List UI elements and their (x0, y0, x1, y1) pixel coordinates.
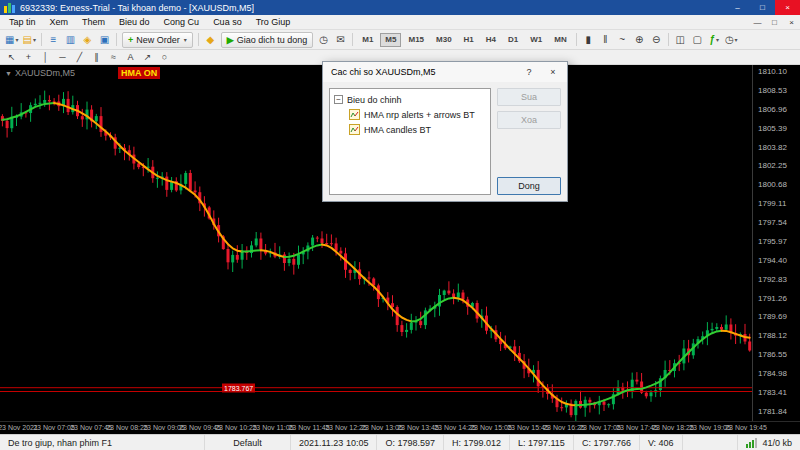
time-tick-label: 23 Nov 10:25 (215, 424, 257, 431)
tree-collapse-icon[interactable]: − (334, 95, 343, 104)
dialog-title: Cac chi so XAUUSDm,M5 (331, 67, 517, 77)
menu-cong-cu[interactable]: Cong Cu (157, 15, 207, 29)
close-button[interactable]: × (775, 0, 800, 15)
delete-indicator-button[interactable]: Xoa (497, 111, 561, 129)
mailbox-button[interactable]: ✉ (332, 32, 349, 48)
vertical-line-tool[interactable]: │ (37, 51, 54, 64)
minimize-button[interactable]: – (725, 0, 750, 15)
new-order-button[interactable]: + New Order ▾ (122, 32, 193, 48)
time-axis[interactable]: 23 Nov 202123 Nov 07:0523 Nov 07:4523 No… (0, 421, 800, 434)
cursor-tool[interactable]: ↖ (3, 51, 20, 64)
hma-status-badge: HMA ON (118, 67, 160, 79)
price-tick-label: 1799.11 (758, 199, 786, 208)
text-tool[interactable]: A (122, 51, 139, 64)
new-order-label: New Order (136, 35, 180, 45)
tile-windows-button[interactable]: ◫ (672, 32, 689, 48)
price-tick-label: 1808.53 (758, 86, 787, 95)
cascade-windows-icon: ▢ (693, 34, 702, 45)
time-tick-label: 23 Nov 2021 (0, 424, 38, 431)
metaeditor-button[interactable]: ◆ (202, 32, 219, 48)
alerts-button[interactable]: ◷ (315, 32, 332, 48)
trendline-tool[interactable]: ╱ (71, 51, 88, 64)
status-close: C: 1797.766 (574, 435, 640, 450)
connection-bars-icon (746, 438, 757, 448)
chart-restore-icon[interactable]: □ (766, 18, 783, 27)
tree-root-item[interactable]: − Bieu do chinh (334, 92, 486, 107)
indicator-list-item[interactable]: HMA nrp alerts + arrows BT (334, 107, 486, 122)
timeframe-m30-button[interactable]: M30 (431, 33, 457, 47)
timeframe-m5-button[interactable]: M5 (380, 33, 401, 47)
terminal-button[interactable]: ▣ (96, 32, 113, 48)
fibonacci-tool[interactable]: ≈ (105, 51, 122, 64)
zoom-in-button[interactable]: ⊕ (631, 32, 648, 48)
data-window-icon: ▥ (66, 34, 75, 45)
price-tick-label: 1803.82 (758, 143, 787, 152)
timeframe-d1-button[interactable]: D1 (503, 33, 523, 47)
bar-chart-button[interactable]: ‖ (597, 32, 614, 48)
price-axis[interactable]: 1810.101808.531806.961805.391803.821802.… (752, 65, 800, 421)
timeframe-m1-button[interactable]: M1 (357, 33, 378, 47)
price-tick-label: 1795.97 (758, 237, 787, 246)
periods-icon: ◷ (725, 34, 734, 45)
navigator-icon: ◈ (84, 34, 92, 45)
status-volume: V: 406 (640, 435, 683, 450)
cascade-windows-button[interactable]: ▢ (689, 32, 706, 48)
arrow-tool[interactable]: ↗ (139, 51, 156, 64)
horizontal-line-tool[interactable]: ─ (54, 51, 71, 64)
indicators-button[interactable]: ƒ▾ (706, 32, 723, 48)
tree-root-label: Bieu do chinh (347, 95, 402, 105)
dialog-titlebar[interactable]: Cac chi so XAUUSDm,M5 ? × (323, 62, 567, 82)
zoom-out-button[interactable]: ⊖ (648, 32, 665, 48)
dialog-close-action-button[interactable]: Dong (497, 177, 561, 195)
trendline-icon: ╱ (77, 52, 82, 62)
shapes-icon: ○ (162, 52, 167, 62)
dialog-close-button[interactable]: × (541, 62, 565, 82)
price-tick-label: 1789.69 (758, 312, 787, 321)
status-profile[interactable]: Default (205, 435, 291, 450)
timeframe-mn-button[interactable]: MN (549, 33, 571, 47)
timeframe-m15-button[interactable]: M15 (403, 33, 429, 47)
price-tick-label: 1797.54 (758, 218, 787, 227)
autotrading-button[interactable]: ▶ Giao dich tu dong (221, 32, 313, 48)
edit-indicator-button[interactable]: Sua (497, 88, 561, 106)
indicators-list[interactable]: − Bieu do chinh HMA nrp alerts + arrows … (329, 88, 491, 195)
menu-tap-tin[interactable]: Tap tin (2, 15, 43, 29)
indicator-list-item[interactable]: HMA candles BT (334, 122, 486, 137)
time-tick-label: 23 Nov 15:05 (470, 424, 512, 431)
time-tick-label: 23 Nov 18:25 (652, 424, 694, 431)
timeframe-w1-button[interactable]: W1 (525, 33, 547, 47)
market-watch-button[interactable]: ≡ (45, 32, 62, 48)
time-tick-label: 23 Nov 19:45 (725, 424, 767, 431)
new-chart-button[interactable]: ▦▾ (3, 32, 20, 48)
app-icon (4, 3, 16, 13)
periods-button[interactable]: ◷▾ (723, 32, 740, 48)
profiles-button[interactable]: ▤▾ (20, 32, 37, 48)
tile-windows-icon: ◫ (676, 34, 685, 45)
zoom-out-icon: ⊖ (652, 34, 660, 45)
chart-close-icon[interactable]: × (783, 18, 800, 27)
vertical-line-icon: │ (43, 52, 49, 62)
price-tick-label: 1810.10 (758, 67, 787, 76)
status-low: L: 1797.115 (510, 435, 574, 450)
candlestick-chart-icon: ▮ (585, 34, 591, 45)
candlestick-chart-button[interactable]: ▮ (580, 32, 597, 48)
timeframe-h1-button[interactable]: H1 (459, 33, 479, 47)
shapes-tool[interactable]: ○ (156, 51, 173, 64)
line-chart-button[interactable]: ~ (614, 32, 631, 48)
price-tick-label: 1783.41 (758, 388, 787, 397)
navigator-button[interactable]: ◈ (79, 32, 96, 48)
dialog-help-button[interactable]: ? (517, 62, 541, 82)
new-order-icon: + (128, 35, 133, 45)
crosshair-tool[interactable]: + (20, 51, 37, 64)
timeframe-h4-button[interactable]: H4 (481, 33, 501, 47)
chevron-down-icon: ▾ (184, 36, 187, 43)
maximize-button[interactable]: □ (750, 0, 775, 15)
menu-bieu-do[interactable]: Bieu do (112, 15, 157, 29)
chart-minimize-icon[interactable]: — (749, 18, 766, 27)
menu-xem[interactable]: Xem (43, 15, 76, 29)
menu-tro-giup[interactable]: Tro Giup (249, 15, 298, 29)
menu-cua-so[interactable]: Cua so (206, 15, 249, 29)
data-window-button[interactable]: ▥ (62, 32, 79, 48)
menu-them[interactable]: Them (75, 15, 112, 29)
channel-tool[interactable]: ∥ (88, 51, 105, 64)
